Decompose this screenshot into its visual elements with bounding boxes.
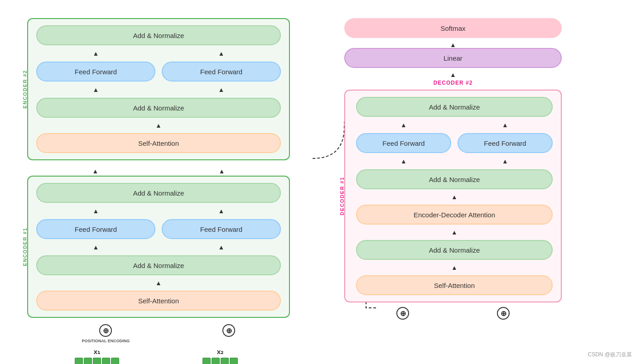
arrow-dec-2: ▲ bbox=[458, 121, 553, 129]
decoder1-box: Add & Normalize ▲ ▲ Feed Forward Feed Fo… bbox=[344, 90, 562, 302]
linear-block: Linear bbox=[344, 48, 562, 68]
plus-circle-1: ⊕ bbox=[99, 324, 112, 337]
encoder1-label: ENCODER #1 bbox=[22, 227, 28, 266]
decoder1-ff-right: Feed Forward bbox=[458, 133, 553, 153]
plus-circle-2: ⊕ bbox=[222, 324, 235, 337]
encoder2-ff-right: Feed Forward bbox=[162, 62, 281, 81]
pos-enc-label: POSITIONAL ENCODING bbox=[82, 339, 130, 343]
arrow-up-3: ▲ bbox=[36, 86, 155, 93]
encoder1-box: Add & Normalize ▲ ▲ Feed Forward Feed Fo… bbox=[27, 176, 290, 318]
arrow-up-7: ▲ bbox=[162, 207, 281, 215]
decoder1-add-norm-bot: Add & Normalize bbox=[356, 240, 553, 260]
encoder2-add-norm-mid: Add & Normalize bbox=[36, 98, 281, 118]
input-group-1: x₁ Thinking bbox=[35, 348, 159, 364]
encoder2-self-attn: Self-Attention bbox=[36, 133, 281, 153]
arrow-up-6: ▲ bbox=[36, 207, 155, 215]
arrow-dec-5: ▲ bbox=[356, 194, 553, 200]
arrow-up-5: ▲ bbox=[36, 122, 281, 129]
arrow-up-1: ▲ bbox=[36, 50, 155, 57]
arrow-up-10: ▲ bbox=[36, 280, 281, 286]
arrow-up-9: ▲ bbox=[162, 244, 281, 251]
encoder1-ff-left: Feed Forward bbox=[36, 219, 155, 239]
arrow-dec-1: ▲ bbox=[356, 121, 451, 129]
encoder2-ff-left: Feed Forward bbox=[36, 62, 155, 81]
encoder1-add-norm-mid: Add & Normalize bbox=[36, 255, 281, 275]
arrow-dec-3: ▲ bbox=[356, 158, 451, 165]
encoder2-box: Add & Normalize ▲ ▲ Feed Forward Feed Fo… bbox=[27, 18, 290, 160]
arrow-enc-conn-1: ▲ bbox=[35, 168, 155, 175]
arrow-enc-conn-2: ▲ bbox=[162, 168, 282, 175]
encoder1-ff-row: Feed Forward Feed Forward bbox=[36, 219, 281, 239]
x1-label: x₁ bbox=[94, 348, 100, 356]
input-group-2: x₂ Machines bbox=[159, 348, 282, 364]
encoder2-label: ENCODER #2 bbox=[22, 70, 28, 108]
arrow-dec-7: ▲ bbox=[356, 264, 553, 271]
decoder1-label: DECODER #1 bbox=[339, 177, 345, 215]
decoder1-self-attn: Self-Attention bbox=[356, 275, 553, 295]
diagram-container: ENCODER #2 Add & Normalize ▲ ▲ Feed Forw… bbox=[0, 0, 641, 364]
encoder1-ff-right: Feed Forward bbox=[162, 219, 281, 239]
decoder1-ff-row: Feed Forward Feed Forward bbox=[356, 133, 553, 153]
encoder1-add-norm-top: Add & Normalize bbox=[36, 183, 281, 203]
plus-circle-3: ⊕ bbox=[396, 307, 409, 320]
enc-dec-attention-block: Encoder-Decoder Attention bbox=[356, 205, 553, 225]
arrow-up-4: ▲ bbox=[162, 86, 281, 93]
arrow-up-8: ▲ bbox=[36, 244, 155, 251]
decoder1-add-norm-mid: Add & Normalize bbox=[356, 169, 553, 189]
arrow-up-2: ▲ bbox=[162, 50, 281, 57]
arrow-linear: ▲ bbox=[344, 72, 562, 78]
watermark: CSDN @嵌刀韭菜 bbox=[588, 351, 632, 359]
arrow-dec-4: ▲ bbox=[458, 158, 553, 165]
decoder2-label: DECODER #2 bbox=[344, 78, 562, 88]
arrow-dec-6: ▲ bbox=[356, 229, 553, 235]
plus-circle-4: ⊕ bbox=[497, 307, 510, 320]
decoder1-add-norm-top: Add & Normalize bbox=[356, 97, 553, 117]
softmax-block: Softmax bbox=[344, 18, 562, 38]
decoder1-ff-left: Feed Forward bbox=[356, 133, 451, 153]
encoder2-add-norm-top: Add & Normalize bbox=[36, 25, 281, 45]
encoder1-self-attn: Self-Attention bbox=[36, 291, 281, 311]
arrow-softmax: ▲ bbox=[344, 42, 562, 48]
encoder2-ff-row: Feed Forward Feed Forward bbox=[36, 62, 281, 81]
x2-label: x₂ bbox=[217, 348, 223, 356]
